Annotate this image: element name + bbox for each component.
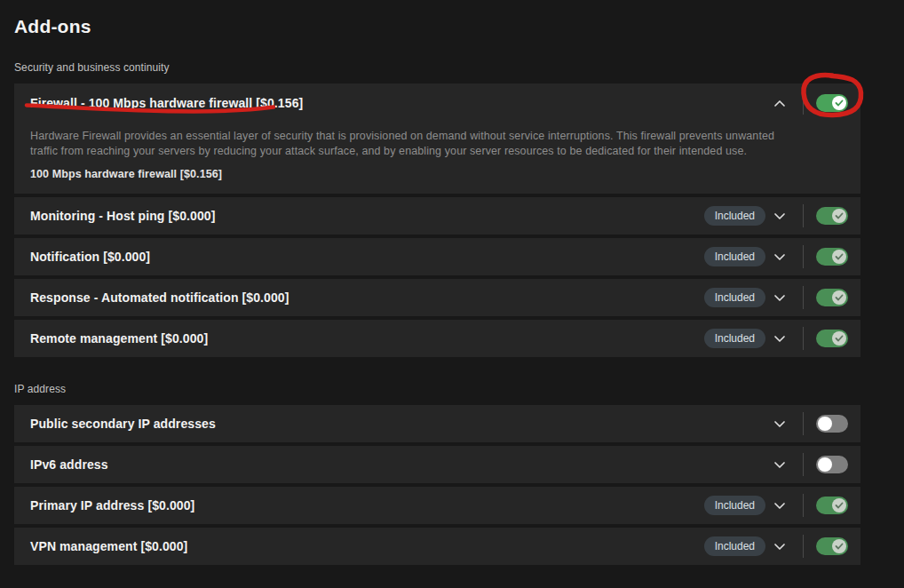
addon-description: Hardware Firewall provides an essential … — [30, 129, 778, 158]
included-badge: Included — [704, 536, 765, 556]
included-badge: Included — [704, 288, 765, 307]
expand-collapse-button[interactable] — [769, 328, 790, 349]
addon-row-header[interactable]: Notification [$0.000] Included — [14, 238, 860, 275]
toggle-switch[interactable] — [816, 497, 848, 514]
toggle-switch[interactable] — [816, 248, 848, 266]
addons-page: Add-ons Security and business continuity… — [0, 0, 904, 588]
addon-title: Monitoring - Host ping [$0.000] — [30, 209, 215, 223]
addon-row-header[interactable]: Firewall - 100 Mbps hardware firewall [$… — [14, 83, 860, 123]
chevron-down-icon — [773, 502, 786, 510]
divider — [803, 286, 804, 309]
expand-collapse-button[interactable] — [769, 205, 790, 226]
check-icon — [835, 253, 844, 260]
toggle-knob — [832, 539, 846, 553]
row-controls — [769, 412, 848, 435]
addon-title: Public secondary IP addresses — [30, 417, 216, 431]
toggle-knob — [818, 417, 832, 431]
addon-card: Notification [$0.000] Included — [14, 238, 860, 275]
section-rows: Public secondary IP addresses IPv6 addre… — [14, 405, 860, 565]
page-title: Add-ons — [14, 16, 904, 37]
toggle-switch[interactable] — [816, 330, 848, 347]
chevron-down-icon — [773, 543, 786, 551]
expand-collapse-button[interactable] — [769, 413, 790, 434]
expand-collapse-button[interactable] — [769, 536, 790, 557]
toggle-switch[interactable] — [816, 415, 848, 433]
toggle-knob — [832, 209, 846, 223]
addon-card: IPv6 address — [14, 446, 860, 483]
divider — [803, 327, 804, 350]
expand-collapse-button[interactable] — [769, 92, 790, 114]
divider — [803, 412, 804, 435]
check-icon — [835, 502, 844, 509]
check-icon — [835, 543, 844, 550]
addon-card: Primary IP address [$0.000] Included — [14, 487, 860, 524]
addon-row-header[interactable]: VPN management [$0.000] Included — [14, 528, 860, 565]
divider — [803, 204, 804, 227]
row-controls: Included — [704, 327, 848, 350]
expand-collapse-button[interactable] — [769, 495, 790, 516]
addon-card: Public secondary IP addresses — [14, 405, 860, 442]
toggle-knob — [818, 457, 832, 472]
row-controls: Included — [704, 535, 848, 558]
addon-row-header[interactable]: Primary IP address [$0.000] Included — [14, 487, 860, 524]
addon-selected-option: 100 Mbps hardware firewall [$0.156] — [30, 168, 845, 180]
toggle-knob — [832, 498, 846, 513]
addon-section: IP address Public secondary IP addresses — [14, 383, 860, 565]
chevron-down-icon — [773, 335, 786, 343]
row-controls: Included — [704, 494, 848, 517]
addon-row-header[interactable]: Monitoring - Host ping [$0.000] Included — [14, 197, 860, 234]
included-badge: Included — [704, 329, 765, 348]
addon-section: Security and business continuity Firewal… — [14, 61, 860, 357]
check-icon — [835, 99, 844, 107]
row-controls: Included — [704, 204, 848, 227]
divider — [803, 91, 804, 115]
divider — [803, 494, 804, 517]
addon-card: VPN management [$0.000] Included — [14, 528, 860, 565]
addon-card: Monitoring - Host ping [$0.000] Included — [14, 197, 860, 234]
divider — [803, 535, 804, 558]
addon-title: Notification [$0.000] — [30, 250, 150, 264]
expand-collapse-button[interactable] — [769, 246, 790, 267]
addon-row-header[interactable]: Response - Automated notification [$0.00… — [14, 279, 860, 316]
expand-collapse-button[interactable] — [769, 454, 790, 475]
chevron-up-icon — [773, 99, 786, 107]
toggle-switch[interactable] — [816, 456, 848, 473]
chevron-down-icon — [773, 461, 786, 469]
addon-title: Firewall - 100 Mbps hardware firewall [$… — [30, 96, 303, 110]
check-icon — [835, 212, 844, 219]
included-badge: Included — [704, 206, 765, 226]
row-controls: Included — [704, 286, 848, 309]
toggle-switch[interactable] — [816, 289, 848, 306]
toggle-switch[interactable] — [816, 207, 848, 225]
addon-row-header[interactable]: Public secondary IP addresses — [14, 405, 860, 442]
toggle-switch[interactable] — [816, 94, 848, 112]
toggle-knob — [832, 250, 846, 264]
addon-row-header[interactable]: Remote management [$0.000] Included — [14, 320, 860, 357]
included-badge: Included — [704, 496, 765, 515]
section-label: Security and business continuity — [14, 61, 860, 74]
row-controls — [769, 91, 848, 115]
divider — [803, 453, 804, 476]
addon-row-header[interactable]: IPv6 address — [14, 446, 860, 483]
check-icon — [835, 335, 844, 342]
included-badge: Included — [704, 247, 765, 266]
expand-collapse-button[interactable] — [769, 287, 790, 308]
chevron-down-icon — [773, 294, 786, 302]
divider — [803, 245, 804, 268]
chevron-down-icon — [773, 420, 786, 428]
addon-title: VPN management [$0.000] — [30, 539, 187, 553]
addon-title: Remote management [$0.000] — [30, 331, 208, 346]
chevron-down-icon — [773, 212, 786, 220]
addon-title: IPv6 address — [30, 457, 108, 472]
row-controls — [769, 453, 848, 476]
toggle-switch[interactable] — [816, 537, 848, 555]
addon-card: Firewall - 100 Mbps hardware firewall [$… — [14, 83, 860, 194]
toggle-knob — [832, 290, 846, 305]
addon-card: Response - Automated notification [$0.00… — [14, 279, 860, 316]
addon-title: Response - Automated notification [$0.00… — [30, 290, 289, 305]
addon-details: Hardware Firewall provides an essential … — [14, 129, 860, 194]
section-label: IP address — [14, 383, 860, 395]
section-rows: Firewall - 100 Mbps hardware firewall [$… — [14, 83, 860, 357]
addon-card: Remote management [$0.000] Included — [14, 320, 860, 357]
check-icon — [835, 294, 844, 301]
